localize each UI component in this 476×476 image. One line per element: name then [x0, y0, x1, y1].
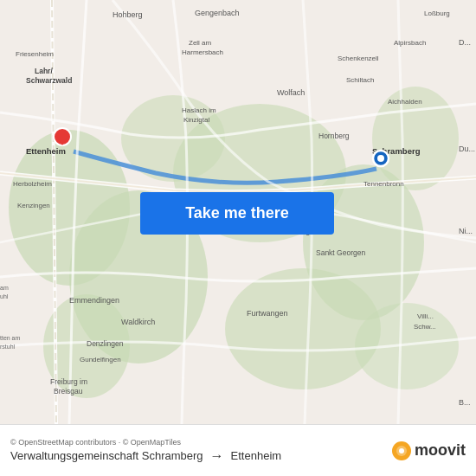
- svg-text:Friesenheim: Friesenheim: [16, 50, 54, 58]
- arrow-icon: →: [210, 448, 224, 464]
- svg-text:Herbolzheim: Herbolzheim: [13, 180, 52, 188]
- svg-text:Alpirsbach: Alpirsbach: [394, 39, 426, 47]
- svg-text:Villi...: Villi...: [417, 312, 434, 320]
- svg-text:Freiburg im: Freiburg im: [50, 377, 87, 386]
- svg-text:Breisgau: Breisgau: [54, 387, 83, 396]
- svg-text:D...: D...: [459, 38, 471, 47]
- svg-text:Ni...: Ni...: [459, 227, 473, 235]
- take-me-there-button[interactable]: Take me there: [140, 192, 334, 235]
- svg-text:Harmersbach: Harmersbach: [182, 48, 223, 56]
- moovit-text: moovit: [415, 441, 466, 460]
- svg-text:Schwarzwald: Schwarzwald: [26, 76, 72, 85]
- svg-text:Hornberg: Hornberg: [318, 132, 350, 140]
- footer-left: © OpenStreetMap contributors · © OpenMap…: [10, 438, 281, 464]
- svg-text:Haslach im: Haslach im: [182, 106, 216, 114]
- svg-text:Sankt Georgen: Sankt Georgen: [316, 248, 365, 257]
- svg-text:Ettenheim: Ettenheim: [26, 146, 66, 156]
- svg-text:Schenkenzell: Schenkenzell: [338, 55, 379, 62]
- svg-text:am: am: [0, 285, 9, 291]
- svg-text:tten am: tten am: [0, 335, 21, 341]
- map-container: Hohberg Gengenbach Friesenheim Lahr/ Sch…: [0, 0, 476, 424]
- destination-label: Ettenheim: [231, 449, 282, 462]
- footer: © OpenStreetMap contributors · © OpenMap…: [0, 424, 476, 476]
- moovit-logo: moovit: [392, 441, 466, 460]
- svg-text:Schw...: Schw...: [414, 323, 436, 331]
- svg-text:Denzlingen: Denzlingen: [87, 339, 124, 348]
- svg-text:Loßburg: Loßburg: [424, 10, 450, 17]
- svg-point-53: [377, 155, 384, 162]
- route-info: Verwaltungsgemeinschaft Schramberg → Ett…: [10, 448, 281, 464]
- svg-text:Zell am: Zell am: [189, 39, 212, 47]
- moovit-icon: [392, 441, 411, 460]
- svg-point-55: [399, 448, 404, 453]
- svg-text:Schiltach: Schiltach: [346, 76, 374, 84]
- svg-text:Emmendingen: Emmendingen: [69, 296, 119, 305]
- svg-text:Furtwangen: Furtwangen: [247, 309, 288, 318]
- svg-text:Tennenbronn: Tennenbronn: [363, 180, 404, 188]
- svg-text:B...: B...: [459, 398, 471, 407]
- svg-text:Waldkirch: Waldkirch: [121, 318, 155, 326]
- svg-text:Gundelfingen: Gundelfingen: [80, 356, 121, 363]
- svg-text:Kinzigtal: Kinzigtal: [183, 116, 209, 124]
- svg-text:Gengenbach: Gengenbach: [195, 9, 240, 17]
- svg-text:Aichhalden: Aichhalden: [388, 98, 422, 106]
- svg-text:rstuhl: rstuhl: [0, 344, 16, 350]
- svg-point-5: [225, 268, 381, 389]
- origin-label: Verwaltungsgemeinschaft Schramberg: [10, 449, 203, 462]
- svg-text:uhl: uhl: [0, 293, 9, 299]
- svg-text:Hohberg: Hohberg: [113, 10, 143, 19]
- svg-text:Lahr/: Lahr/: [35, 67, 53, 75]
- svg-text:Kenzingen: Kenzingen: [17, 202, 50, 209]
- attribution-text: © OpenStreetMap contributors · © OpenMap…: [10, 438, 281, 447]
- svg-point-9: [355, 303, 459, 389]
- svg-text:Du...: Du...: [459, 145, 475, 153]
- svg-text:Wolfach: Wolfach: [277, 88, 305, 97]
